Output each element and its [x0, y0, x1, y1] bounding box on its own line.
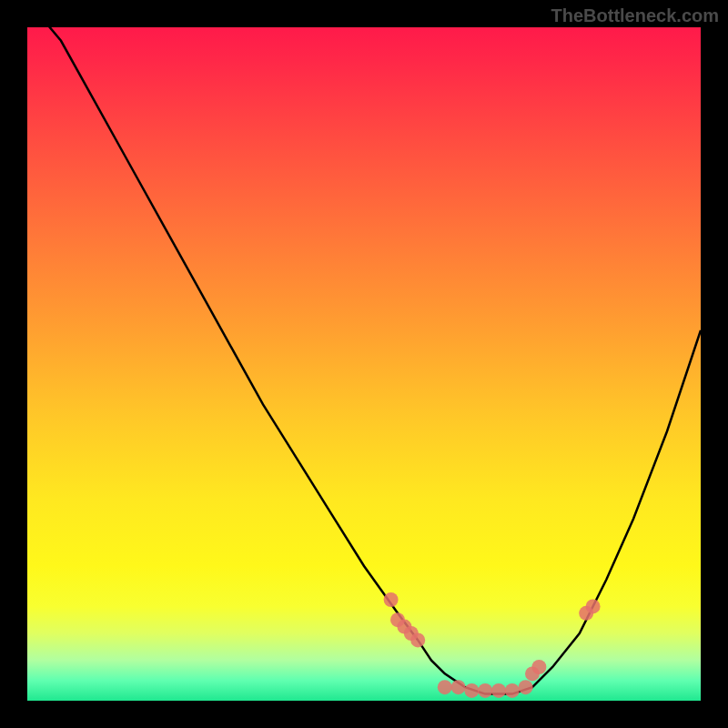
watermark-text: TheBottleneck.com — [551, 5, 719, 26]
plot-area — [27, 27, 701, 701]
data-point — [478, 683, 492, 698]
bottleneck-curve — [27, 27, 701, 694]
data-point — [531, 660, 546, 674]
chart-svg — [27, 27, 701, 701]
data-point — [505, 683, 520, 698]
scatter-points — [384, 592, 601, 698]
data-point — [384, 592, 399, 607]
data-point — [464, 683, 479, 698]
chart-container: TheBottleneck.com — [0, 0, 728, 728]
data-point — [491, 683, 506, 698]
data-point — [586, 599, 601, 613]
data-point — [410, 632, 425, 647]
data-point — [438, 680, 452, 694]
data-point — [451, 680, 466, 694]
data-point — [519, 680, 533, 694]
